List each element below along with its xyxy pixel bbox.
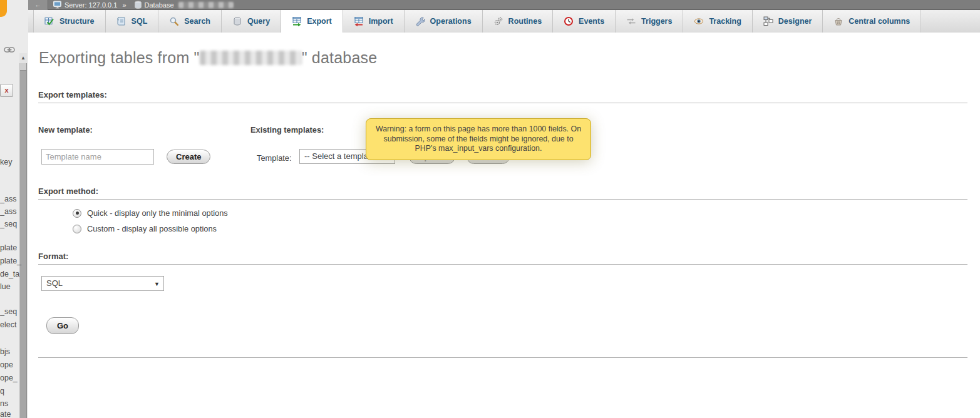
navigation-panel: ▲ x key_ass_ass_seqplateplate_de_talue_s… <box>0 0 28 418</box>
quick-radio-button[interactable] <box>73 209 81 218</box>
server-icon <box>53 1 62 9</box>
nav-item-fragment[interactable]: ate <box>0 410 11 418</box>
format-select[interactable]: SQL ▼ <box>41 276 164 291</box>
page-title-prefix: Exporting tables from " <box>39 49 200 66</box>
tab-label: SQL <box>132 17 148 26</box>
tab-sql[interactable]: SQL <box>106 10 159 33</box>
export-icon <box>292 16 302 26</box>
nav-item-fragment[interactable]: q <box>0 387 4 395</box>
search-icon <box>169 16 179 26</box>
tab-label: Events <box>579 17 604 26</box>
tab-label: Export <box>307 17 332 26</box>
nav-item-fragment[interactable]: lue <box>0 283 11 291</box>
tab-operations[interactable]: Operations <box>405 10 483 33</box>
custom-radio-button[interactable] <box>73 225 81 233</box>
tab-events[interactable]: Events <box>553 10 616 33</box>
tab-label: Import <box>369 17 393 26</box>
nav-item-fragment[interactable]: plate <box>0 244 17 252</box>
phpmyadmin-export-page: ▲ x key_ass_ass_seqplateplate_de_talue_s… <box>0 0 980 418</box>
breadcrumb-database[interactable]: Database <box>145 0 174 10</box>
tab-tracking[interactable]: Tracking <box>683 10 752 33</box>
tab-central-columns[interactable]: Central columns <box>823 10 921 33</box>
designer-icon <box>763 16 773 26</box>
nav-close-button[interactable]: x <box>0 84 13 97</box>
go-button[interactable]: Go <box>46 317 79 334</box>
tab-routines[interactable]: Routines <box>483 10 553 33</box>
nav-scrollbar-thumb[interactable] <box>20 70 26 418</box>
tab-label: Designer <box>778 17 812 26</box>
nav-item-fragment[interactable]: ope <box>0 361 13 369</box>
tab-label: Structure <box>59 17 95 26</box>
nav-scrollbar-up-arrow[interactable]: ▲ <box>19 53 27 63</box>
query-icon <box>232 16 242 26</box>
tab-bar: StructureSQLSearchQueryExportImportOpera… <box>28 10 980 33</box>
quick-radio-label[interactable]: Quick - display only the minimal options <box>87 208 228 218</box>
breadcrumb-separator: » <box>122 0 126 10</box>
tab-label: Triggers <box>641 17 672 26</box>
tab-export[interactable]: Export <box>281 10 343 33</box>
tracking-icon <box>694 16 704 26</box>
export-page-content: Exporting tables from "" database Export… <box>28 33 980 418</box>
page-title: Exporting tables from "" database <box>39 49 377 67</box>
back-button[interactable]: ← <box>28 0 48 10</box>
tab-query[interactable]: Query <box>222 10 281 33</box>
tab-label: Search <box>184 17 210 26</box>
redacted-database-name <box>178 2 234 8</box>
nav-item-fragment[interactable]: _ass <box>0 208 16 216</box>
import-icon <box>354 16 364 26</box>
tab-label: Routines <box>508 17 542 26</box>
database-icon <box>134 1 142 9</box>
tab-designer[interactable]: Designer <box>753 10 823 33</box>
tab-label: Tracking <box>709 17 741 26</box>
sql-icon <box>116 16 126 26</box>
nav-item-fragment[interactable]: ope_ <box>0 374 18 382</box>
tab-structure[interactable]: Structure <box>33 10 106 33</box>
breadcrumb-server[interactable]: Server: 127.0.0.1 <box>64 0 117 10</box>
new-template-label: New template: <box>38 125 93 135</box>
page-title-suffix: " database <box>302 49 378 66</box>
nav-item-fragment[interactable]: _seq <box>0 220 17 228</box>
create-template-button[interactable]: Create <box>167 150 210 164</box>
export-method-quick-option: Quick - display only the minimal options <box>73 208 228 218</box>
breadcrumb-bar: ← Server: 127.0.0.1 » Database <box>28 0 980 10</box>
nav-item-fragment[interactable]: bjs <box>0 348 10 356</box>
nav-item-fragment[interactable]: _ass <box>0 195 16 203</box>
link-icon[interactable] <box>4 46 15 54</box>
redacted-database-name <box>200 51 302 65</box>
structure-icon <box>44 16 54 26</box>
chevron-down-icon: ▼ <box>154 277 160 291</box>
export-method-custom-option: Custom - display all possible options <box>73 224 217 233</box>
template-label: Template: <box>257 153 291 163</box>
nav-item-fragment[interactable]: plate_ <box>0 257 21 265</box>
export-method-section-title: Export method: <box>38 186 967 200</box>
nav-item-fragment[interactable]: key <box>0 158 12 166</box>
max-input-vars-warning: Warning: a form on this page has more th… <box>366 118 591 160</box>
tab-triggers[interactable]: Triggers <box>616 10 683 33</box>
nav-item-fragment[interactable]: de_ta <box>0 270 19 278</box>
routines-icon <box>493 16 503 26</box>
template-name-input[interactable] <box>41 149 154 165</box>
tab-label: Operations <box>430 17 472 26</box>
operations-icon <box>415 16 425 26</box>
triggers-icon <box>626 16 636 26</box>
existing-templates-label: Existing templates: <box>250 125 324 135</box>
custom-radio-label[interactable]: Custom - display all possible options <box>87 224 217 233</box>
tab-label: Central columns <box>848 17 910 26</box>
format-section-title: Format: <box>38 252 967 265</box>
events-icon <box>564 16 574 26</box>
phpmyadmin-logo-fragment <box>0 0 7 17</box>
tab-search[interactable]: Search <box>158 10 222 33</box>
format-select-value: SQL <box>46 278 63 288</box>
nav-item-fragment[interactable]: ns <box>0 400 8 408</box>
central-columns-icon <box>833 16 843 26</box>
tab-import[interactable]: Import <box>343 10 405 33</box>
export-templates-section-title: Export templates: <box>38 90 967 103</box>
nav-item-fragment[interactable]: elect <box>0 321 16 329</box>
tab-label: Query <box>247 17 270 26</box>
bottom-divider <box>38 357 967 358</box>
nav-item-fragment[interactable]: _seq <box>0 308 17 316</box>
